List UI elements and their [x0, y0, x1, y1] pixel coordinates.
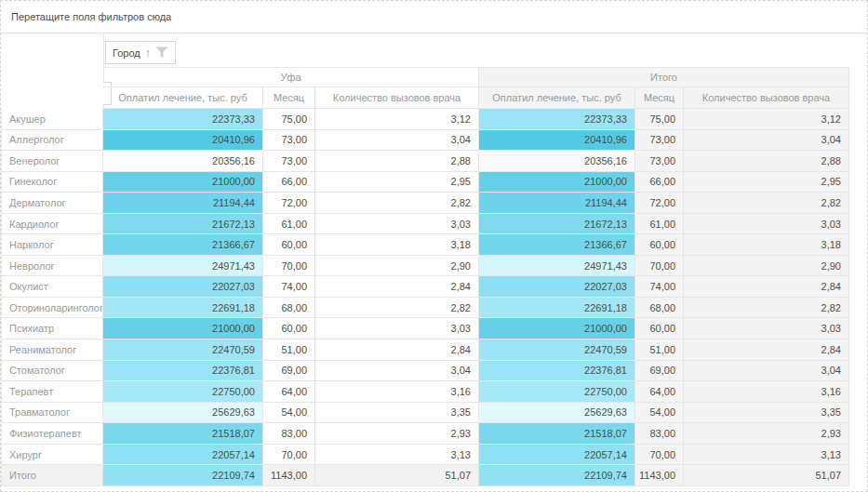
value-cell-calls[interactable]: 3,35	[315, 403, 479, 424]
value-cell-calls[interactable]: 2,84	[315, 339, 479, 361]
value-cell-calls[interactable]: 2,95	[315, 172, 479, 193]
value-cell-paid-total[interactable]: 24971,43	[479, 256, 635, 277]
value-cell-paid[interactable]: 24971,43	[103, 256, 263, 277]
value-cell-calls-total[interactable]: 3,18	[684, 234, 849, 256]
value-cell-paid[interactable]: 21672,13	[103, 214, 263, 235]
value-cell-calls[interactable]: 3,03	[315, 214, 479, 235]
sort-asc-icon[interactable]: ↑	[145, 47, 151, 59]
value-cell-month[interactable]: 66,00	[263, 172, 315, 193]
row-label-cell[interactable]: Кардиолог	[1, 214, 103, 235]
value-cell-calls-total[interactable]: 2,84	[684, 339, 849, 361]
value-cell-paid[interactable]: 21518,07	[103, 423, 263, 445]
value-cell-calls-total[interactable]: 3,04	[684, 361, 849, 382]
value-cell-calls[interactable]: 2,84	[315, 276, 479, 298]
value-cell-paid[interactable]: 22691,18	[103, 298, 263, 319]
row-label-cell[interactable]: Венеролог	[1, 151, 103, 172]
value-cell-paid-total[interactable]: 22057,14	[479, 445, 635, 466]
row-label-cell[interactable]: Реаниматолог	[1, 339, 103, 361]
value-cell-paid-total[interactable]: 21518,07	[479, 423, 635, 445]
value-cell-paid-total[interactable]: 21000,00	[479, 172, 635, 193]
value-cell-month-total[interactable]: 60,00	[635, 318, 684, 339]
value-cell-month-total[interactable]: 75,00	[635, 109, 684, 130]
filter-drop-zone[interactable]: Перетащите поля фильтров сюда	[1, 1, 867, 33]
value-cell-month[interactable]: 70,00	[263, 445, 315, 466]
row-label-cell[interactable]: Нарколог	[1, 234, 103, 256]
value-cell-calls-total[interactable]: 2,82	[684, 298, 849, 319]
value-cell-month[interactable]: 83,00	[263, 423, 315, 445]
value-cell-month-total[interactable]: 83,00	[635, 423, 684, 445]
value-cell-paid[interactable]: 22027,03	[103, 276, 263, 298]
value-cell-calls[interactable]: 3,04	[315, 130, 479, 152]
value-cell-calls[interactable]: 3,03	[315, 318, 479, 339]
value-cell-calls[interactable]: 3,18	[315, 234, 479, 256]
value-cell-month-total[interactable]: 70,00	[635, 256, 684, 277]
value-cell-calls[interactable]: 2,82	[315, 298, 479, 319]
value-cell-calls-total[interactable]: 3,16	[684, 381, 849, 403]
row-label-cell[interactable]: Физиотерапевт	[1, 423, 103, 445]
value-cell-month-total[interactable]: 73,00	[635, 151, 684, 172]
value-cell-month[interactable]: 60,00	[263, 318, 315, 339]
value-cell-calls[interactable]: 3,04	[315, 361, 479, 382]
value-cell-month[interactable]: 75,00	[263, 109, 315, 130]
value-cell-month-total[interactable]: 64,00	[635, 381, 684, 403]
value-cell-paid[interactable]: 22057,14	[103, 445, 263, 466]
value-cell-paid[interactable]: 22750,00	[103, 381, 263, 403]
column-field-city[interactable]: Город ↑	[105, 41, 176, 64]
row-label-cell[interactable]: Гинеколог	[1, 172, 103, 193]
value-cell-paid-total[interactable]: 22109,74	[479, 465, 635, 486]
value-cell-month-total[interactable]: 66,00	[635, 172, 684, 193]
value-cell-paid-total[interactable]: 22373,33	[479, 109, 635, 130]
value-cell-paid-total[interactable]: 21194,44	[479, 193, 635, 214]
value-cell-month[interactable]: 64,00	[263, 381, 315, 403]
value-cell-calls-total[interactable]: 3,35	[684, 403, 849, 424]
value-cell-calls-total[interactable]: 2,82	[684, 193, 849, 214]
value-cell-paid-total[interactable]: 25629,63	[479, 403, 635, 424]
row-label-cell[interactable]: Окулист	[1, 276, 103, 298]
value-cell-calls[interactable]: 2,82	[315, 193, 479, 214]
value-cell-calls-total[interactable]: 2,90	[684, 256, 849, 277]
value-cell-month-total[interactable]: 61,00	[635, 214, 684, 235]
value-cell-month-total[interactable]: 73,00	[635, 130, 684, 152]
value-cell-calls-total[interactable]: 51,07	[684, 465, 849, 486]
value-cell-paid[interactable]: 25629,63	[103, 403, 263, 424]
value-cell-month[interactable]: 60,00	[263, 234, 315, 256]
row-label-cell[interactable]: Терапевт	[1, 381, 103, 403]
value-cell-paid-total[interactable]: 22027,03	[479, 276, 635, 298]
value-cell-calls-total[interactable]: 3,04	[684, 130, 849, 152]
value-cell-paid[interactable]: 22376,81	[103, 361, 263, 382]
value-cell-month[interactable]: 73,00	[263, 130, 315, 152]
value-cell-calls-total[interactable]: 3,03	[684, 214, 849, 235]
value-cell-paid[interactable]: 22109,74	[103, 465, 263, 486]
value-cell-calls-total[interactable]: 2,95	[684, 172, 849, 193]
value-cell-calls[interactable]: 2,93	[315, 423, 479, 445]
row-label-cell[interactable]: Акушер	[1, 109, 103, 130]
row-label-cell[interactable]: Хирург	[1, 445, 103, 466]
value-cell-paid[interactable]: 20410,96	[103, 130, 263, 152]
value-cell-month[interactable]: 72,00	[263, 193, 315, 214]
value-cell-paid-total[interactable]: 20356,16	[479, 151, 635, 172]
value-cell-paid-total[interactable]: 21000,00	[479, 318, 635, 339]
row-label-cell[interactable]: Невролог	[1, 256, 103, 277]
value-cell-month-total[interactable]: 72,00	[635, 193, 684, 214]
value-cell-paid-total[interactable]: 22470,59	[479, 339, 635, 361]
value-cell-paid[interactable]: 22373,33	[103, 109, 263, 130]
value-cell-calls[interactable]: 2,90	[315, 256, 479, 277]
value-cell-paid-total[interactable]: 22750,00	[479, 381, 635, 403]
value-cell-month[interactable]: 61,00	[263, 214, 315, 235]
value-cell-paid-total[interactable]: 21366,67	[479, 234, 635, 256]
value-cell-month[interactable]: 69,00	[263, 361, 315, 382]
value-cell-month[interactable]: 54,00	[263, 403, 315, 424]
value-cell-paid[interactable]: 22470,59	[103, 339, 263, 361]
value-cell-calls[interactable]: 3,16	[315, 381, 479, 403]
value-cell-paid-total[interactable]: 21672,13	[479, 214, 635, 235]
value-cell-month[interactable]: 73,00	[263, 151, 315, 172]
value-cell-month-total[interactable]: 69,00	[635, 361, 684, 382]
value-cell-calls[interactable]: 2,88	[315, 151, 479, 172]
value-cell-month[interactable]: 68,00	[263, 298, 315, 319]
value-cell-calls-total[interactable]: 2,84	[684, 276, 849, 298]
row-label-cell[interactable]: Стоматолог	[1, 361, 103, 382]
value-cell-paid[interactable]: 21366,67	[103, 234, 263, 256]
value-cell-month[interactable]: 51,00	[263, 339, 315, 361]
value-cell-calls[interactable]: 3,12	[315, 109, 479, 130]
value-cell-month-total[interactable]: 51,00	[635, 339, 684, 361]
